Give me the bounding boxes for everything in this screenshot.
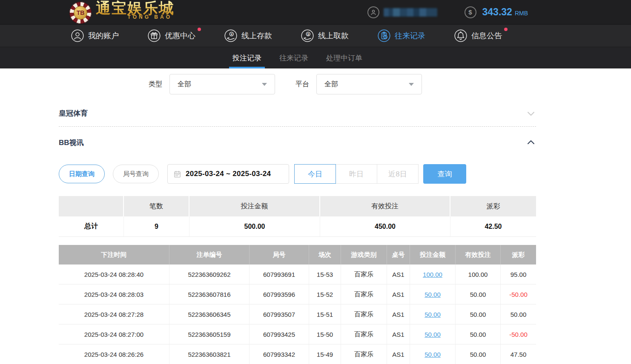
cell-game-type: 百家乐 <box>341 304 387 324</box>
cell-payout: 95.00 <box>501 264 536 284</box>
quick-date-group: 今日 昨日 近8日 <box>294 164 419 184</box>
site-subtitle: TONG BAO <box>128 14 175 20</box>
gift-icon <box>147 29 161 43</box>
cell-payout: 50.00 <box>501 304 536 324</box>
bet-amount-link[interactable]: 50.00 <box>424 291 441 298</box>
summary-header-row: 笔数 投注金额 有效投注 派彩 <box>59 196 536 216</box>
summary-header-cell: 派彩 <box>450 196 536 216</box>
section-crown-sports[interactable]: 皇冠体育 <box>59 100 536 127</box>
chip-monogram: TB <box>74 6 87 20</box>
dollar-coin-icon: $ <box>465 6 476 18</box>
withdraw-icon: $ <box>301 29 314 43</box>
cell-table-number: AS1 <box>387 304 410 324</box>
nav-label: 线上取款 <box>318 31 349 41</box>
table-row: 2025-03-24 08:28:03 522363607816 6079935… <box>59 284 536 304</box>
search-button[interactable]: 查询 <box>423 164 466 184</box>
nav-my-account[interactable]: 我的账户 <box>71 29 119 43</box>
nav-promotions[interactable]: 优惠中心 <box>147 29 195 43</box>
bet-amount-link[interactable]: 50.00 <box>424 351 441 358</box>
date-range-input[interactable]: 2025-03-24 ~ 2025-03-24 <box>167 164 289 184</box>
bet-records-table: 下注时间 注单编号 局号 场次 游戏类别 桌号 投注金额 有效投注 派彩 202… <box>59 245 536 364</box>
nav-deposit[interactable]: ¥ 线上存款 <box>224 29 272 43</box>
bet-amount-link[interactable]: 50.00 <box>424 311 441 318</box>
bet-amount-link[interactable]: 100.00 <box>423 271 442 278</box>
cell-round-number: 607993507 <box>250 304 309 324</box>
nav-label: 信息公告 <box>471 31 502 41</box>
round-query-button[interactable]: 局号查询 <box>113 165 159 183</box>
cell-bet-time: 2025-03-24 08:28:03 <box>59 284 169 304</box>
tab-pending-orders[interactable]: 处理中订单 <box>325 47 363 68</box>
user-icon <box>71 29 84 43</box>
nav-withdraw[interactable]: $ 线上取款 <box>301 29 349 43</box>
balance-currency: RMB <box>515 10 528 17</box>
cell-payout: 47.50 <box>501 344 536 364</box>
section-bb-live[interactable]: BB视讯 <box>59 129 536 156</box>
type-select[interactable]: 全部 <box>169 74 275 94</box>
chevron-up-icon <box>526 137 536 148</box>
bet-amount-link[interactable]: 50.00 <box>424 331 441 338</box>
site-logo[interactable]: TB 通宝娱乐城 TONG BAO <box>69 0 175 24</box>
cell-table-number: AS1 <box>387 284 410 304</box>
summary-header-cell: 有效投注 <box>320 196 450 216</box>
cell-round-number: 607993691 <box>250 264 309 284</box>
summary-table: 笔数 投注金额 有效投注 派彩 总计 9 500.00 450.00 42.50 <box>59 196 536 237</box>
table-header-cell: 投注金额 <box>410 245 456 264</box>
filter-row: 类型 全部 平台 全部 <box>149 74 536 94</box>
yesterday-button[interactable]: 昨日 <box>336 164 377 184</box>
cell-game-type: 百家乐 <box>341 324 387 344</box>
query-controls: 日期查询 局号查询 2025-03-24 ~ 2025-03-24 今日 昨日 … <box>59 164 536 184</box>
cell-bet-time: 2025-03-24 08:27:00 <box>59 324 169 344</box>
summary-header-cell: 投注金额 <box>189 196 320 216</box>
date-range-value: 2025-03-24 ~ 2025-03-24 <box>186 170 271 178</box>
cell-game-type: 百家乐 <box>341 344 387 364</box>
cell-session: 15-51 <box>309 304 341 324</box>
poker-chip-logo-icon: TB <box>69 2 92 24</box>
nav-transaction-records[interactable]: 往来记录 <box>377 29 425 43</box>
cell-session: 15-53 <box>309 264 341 284</box>
notification-dot <box>504 28 508 31</box>
cell-table-number: AS1 <box>387 264 410 284</box>
table-row: 2025-03-24 08:28:40 522363609262 6079936… <box>59 264 536 284</box>
table-header-cell: 派彩 <box>501 245 536 264</box>
main-nav: 我的账户 优惠中心 ¥ 线上存款 $ <box>0 24 631 47</box>
nav-announcements[interactable]: 信息公告 <box>454 29 502 43</box>
nav-label: 往来记录 <box>395 31 425 41</box>
nav-label: 线上存款 <box>241 31 272 41</box>
cell-payout: -50.00 <box>501 284 536 304</box>
summary-bet-total: 500.00 <box>189 216 320 236</box>
section-title: BB视讯 <box>59 138 84 148</box>
cell-bet-id: 522363609262 <box>169 264 250 284</box>
table-header-cell: 有效投注 <box>456 245 501 264</box>
table-row: 2025-03-24 08:27:28 522363606345 6079935… <box>59 304 536 324</box>
date-query-button[interactable]: 日期查询 <box>59 165 105 183</box>
summary-header-cell <box>59 196 124 216</box>
today-button[interactable]: 今日 <box>294 164 336 184</box>
nav-label: 我的账户 <box>88 31 119 41</box>
section-title: 皇冠体育 <box>59 108 88 118</box>
tab-bet-records[interactable]: 投注记录 <box>232 47 262 68</box>
cell-session: 15-50 <box>309 324 341 344</box>
platform-select[interactable]: 全部 <box>316 74 422 94</box>
summary-payout-total: 42.50 <box>450 216 536 236</box>
cell-bet-id: 522363605159 <box>169 324 250 344</box>
cell-bet-time: 2025-03-24 08:27:28 <box>59 304 169 324</box>
table-header-cell: 场次 <box>309 245 341 264</box>
user-avatar-icon <box>367 6 379 18</box>
balance-amount: 343.32 <box>482 6 512 18</box>
last8days-button[interactable]: 近8日 <box>377 164 419 184</box>
cell-bet-id: 522363607816 <box>169 284 250 304</box>
cell-valid-bet: 50.00 <box>456 344 501 364</box>
summary-total-row: 总计 9 500.00 450.00 42.50 <box>59 216 536 237</box>
cell-session: 15-52 <box>309 284 341 304</box>
calendar-icon <box>173 170 181 178</box>
table-header-cell: 桌号 <box>387 245 410 264</box>
user-account[interactable] <box>367 6 437 18</box>
tab-transaction-records[interactable]: 往来记录 <box>278 47 309 68</box>
cell-game-type: 百家乐 <box>341 264 387 284</box>
cell-valid-bet: 50.00 <box>456 284 501 304</box>
table-row: 2025-03-24 08:27:00 522363605159 6079934… <box>59 324 536 344</box>
wallet-balance[interactable]: $ 343.32 RMB <box>465 6 528 18</box>
platform-select-value: 全部 <box>324 80 338 89</box>
cell-round-number: 607993596 <box>250 284 309 304</box>
username-redacted <box>384 8 437 17</box>
